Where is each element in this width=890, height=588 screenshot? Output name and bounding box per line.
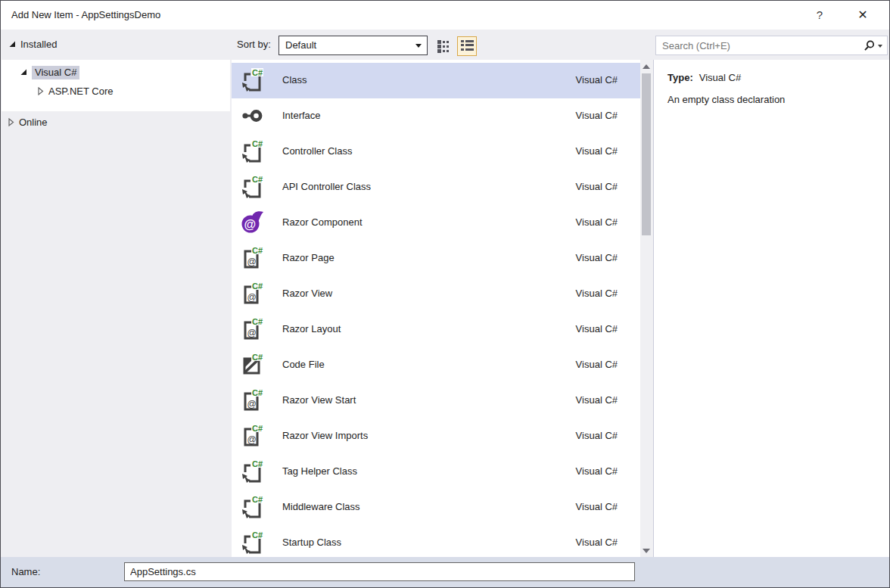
svg-text:C#: C# <box>252 353 263 362</box>
item-category: Visual C# <box>576 323 618 334</box>
item-category: Visual C# <box>576 216 618 228</box>
type-label: Type: <box>668 72 693 83</box>
tree-node-aspnet-core[interactable]: ASP.NET Core <box>36 83 114 100</box>
svg-text:C#: C# <box>252 388 263 397</box>
svg-text:C#: C# <box>252 424 263 433</box>
list-item[interactable]: @C#Razor PageVisual C# <box>232 241 640 276</box>
list-item[interactable]: @Razor ComponentVisual C# <box>232 205 640 241</box>
scroll-up-button[interactable] <box>640 60 652 73</box>
list-view-button[interactable] <box>457 36 477 56</box>
list-item[interactable]: @C#Razor View ImportsVisual C# <box>232 418 640 454</box>
small-icons-view-button[interactable] <box>434 36 453 56</box>
item-category: Visual C# <box>576 181 618 192</box>
list-item[interactable]: C#Middleware ClassVisual C# <box>232 490 640 525</box>
list-scrollbar[interactable] <box>640 60 652 558</box>
tree-node-installed[interactable]: Installed <box>8 36 57 53</box>
csharp-class-icon: C# <box>239 67 265 93</box>
scroll-down-button[interactable] <box>640 544 652 557</box>
item-category: Visual C# <box>576 359 618 370</box>
item-type-line: Type:Visual C# <box>668 72 889 83</box>
item-category: Visual C# <box>576 394 618 406</box>
item-label: Code File <box>282 359 325 370</box>
list-item[interactable]: InterfaceVisual C# <box>232 98 640 134</box>
tree-node-label: Installed <box>20 39 57 50</box>
item-label: Razor View <box>282 288 332 299</box>
collapsed-triangle-icon <box>7 115 16 132</box>
svg-text:C#: C# <box>252 68 263 77</box>
template-list: C#ClassVisual C# InterfaceVisual C# C#Co… <box>232 60 640 558</box>
tree-node-visual-csharp[interactable]: Visual C# <box>20 64 79 81</box>
search-controls[interactable] <box>863 39 882 52</box>
item-label: Razor View Imports <box>282 430 368 441</box>
svg-text:C#: C# <box>252 495 263 504</box>
type-value: Visual C# <box>699 72 741 83</box>
triangle-up-icon <box>643 64 650 69</box>
csharp-class-icon: C# <box>239 494 265 520</box>
installed-subtree: Visual C# ASP.NET Core <box>2 60 230 111</box>
footer-bar: Name: <box>1 557 889 587</box>
svg-text:@: @ <box>247 257 257 267</box>
small-icons-grid-icon <box>437 40 450 53</box>
tree-node-online[interactable]: Online <box>7 114 48 131</box>
scrollbar-thumb[interactable] <box>642 73 651 235</box>
item-label: Middleware Class <box>282 501 360 512</box>
item-label: Startup Class <box>282 537 341 548</box>
csharp-class-icon: C# <box>239 530 265 555</box>
help-button[interactable]: ? <box>808 1 831 30</box>
list-item[interactable]: @C#Razor ViewVisual C# <box>232 276 640 312</box>
razor-icon: @C# <box>239 316 265 342</box>
dialog-title: Add New Item - AppSettingsDemo <box>11 1 160 30</box>
blazor-icon: @ <box>239 210 265 235</box>
sort-by-dropdown[interactable]: Default <box>279 36 428 55</box>
expanded-triangle-icon <box>20 65 29 82</box>
item-category: Visual C# <box>576 501 618 512</box>
list-item[interactable]: C#ClassVisual C# <box>232 63 640 98</box>
list-item[interactable]: @C#Razor LayoutVisual C# <box>232 312 640 347</box>
svg-text:C#: C# <box>252 530 263 540</box>
svg-text:@: @ <box>244 218 257 231</box>
list-item[interactable]: C#Code FileVisual C# <box>232 347 640 383</box>
item-details-panel: Type:Visual C# An empty class declaratio… <box>653 60 889 558</box>
item-category: Visual C# <box>576 145 618 157</box>
title-bar: Add New Item - AppSettingsDemo ? ✕ <box>1 1 889 30</box>
list-item[interactable]: C#Tag Helper ClassVisual C# <box>232 454 640 490</box>
item-label: Interface <box>282 110 321 121</box>
name-input[interactable] <box>124 562 635 581</box>
search-box <box>655 36 888 55</box>
item-category: Visual C# <box>576 430 618 441</box>
razor-icon: @C# <box>239 245 265 271</box>
name-label: Name: <box>11 566 40 577</box>
tree-node-label-selected: Visual C# <box>32 66 79 79</box>
triangle-down-icon <box>643 549 650 553</box>
svg-text:C#: C# <box>252 459 263 468</box>
close-icon: ✕ <box>857 8 867 21</box>
item-description: An empty class declaration <box>668 94 889 105</box>
sort-by-label: Sort by: <box>237 39 271 50</box>
tree-node-label: Online <box>19 117 48 128</box>
item-category: Visual C# <box>576 110 618 121</box>
code-file-icon: C# <box>239 352 265 378</box>
item-category: Visual C# <box>576 288 618 299</box>
csharp-class-icon: C# <box>239 459 265 484</box>
item-label: Razor Layout <box>282 323 341 334</box>
help-icon: ? <box>817 8 823 21</box>
list-item[interactable]: C#Startup ClassVisual C# <box>232 525 640 558</box>
collapsed-triangle-icon <box>36 84 45 101</box>
search-input[interactable] <box>662 37 844 54</box>
tree-node-label: ASP.NET Core <box>48 86 114 97</box>
svg-text:C#: C# <box>252 139 263 148</box>
item-category: Visual C# <box>576 465 618 477</box>
svg-text:C#: C# <box>252 246 263 255</box>
razor-icon: @C# <box>239 387 265 413</box>
item-label: Razor View Start <box>282 394 356 406</box>
list-item[interactable]: C#Controller ClassVisual C# <box>232 134 640 170</box>
list-item[interactable]: @C#Razor View StartVisual C# <box>232 383 640 418</box>
list-item[interactable]: C#API Controller ClassVisual C# <box>232 170 640 205</box>
interface-icon <box>239 103 265 129</box>
item-category: Visual C# <box>576 537 618 548</box>
svg-text:@: @ <box>247 434 257 445</box>
svg-text:@: @ <box>247 399 257 409</box>
close-button[interactable]: ✕ <box>850 1 876 30</box>
svg-text:@: @ <box>247 292 257 303</box>
item-label: Razor Component <box>282 216 363 228</box>
